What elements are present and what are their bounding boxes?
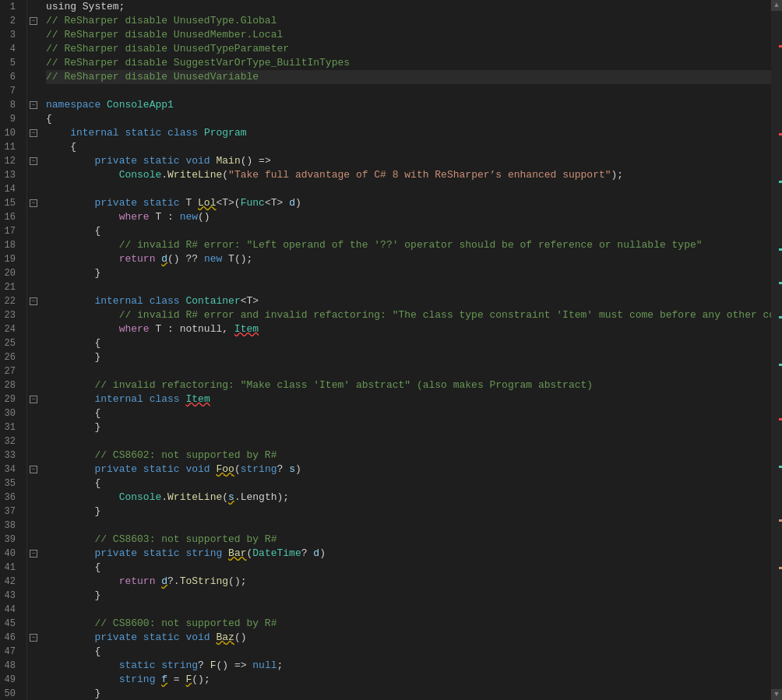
- fold-gutter-cell: [27, 336, 40, 350]
- token: [46, 448, 94, 463]
- fold-gutter-cell: [27, 308, 40, 322]
- token: new: [204, 252, 222, 266]
- line-number: 27: [0, 364, 20, 378]
- fold-gutter-cell: [27, 561, 40, 575]
- token: T();: [222, 252, 252, 266]
- token: {: [46, 406, 100, 420]
- token: ): [295, 463, 301, 477]
- fold-icon[interactable]: −: [30, 17, 37, 25]
- fold-gutter-cell[interactable]: −: [27, 294, 40, 308]
- code-line: where T : new(): [46, 210, 771, 224]
- fold-icon[interactable]: −: [30, 129, 37, 137]
- line-number: 24: [0, 322, 20, 336]
- line-number: 34: [0, 463, 20, 477]
- code-line: internal class Item: [46, 392, 771, 406]
- token: Program: [204, 126, 247, 140]
- fold-icon[interactable]: −: [30, 297, 37, 305]
- token: <T>: [241, 294, 259, 308]
- token: // invalid R# error: "Left operand of th…: [119, 238, 703, 252]
- fold-gutter-cell: [27, 266, 40, 280]
- code-area[interactable]: using System;// ReSharper disable Unused…: [40, 0, 771, 700]
- token: string: [119, 673, 156, 687]
- token: static: [143, 196, 180, 210]
- fold-gutter-cell: [27, 224, 40, 238]
- token: static: [125, 126, 161, 140]
- line-number: 38: [0, 519, 20, 533]
- token: Container: [185, 294, 240, 308]
- token: void: [185, 463, 210, 477]
- line-number: 35: [0, 477, 20, 491]
- token: return: [119, 575, 156, 589]
- fold-gutter-cell[interactable]: −: [27, 98, 40, 112]
- token: }: [46, 687, 100, 700]
- token: Item: [234, 322, 259, 336]
- fold-icon[interactable]: −: [30, 550, 37, 558]
- fold-icon[interactable]: −: [30, 396, 37, 403]
- token: <T>(: [216, 196, 240, 210]
- token: class: [150, 392, 180, 406]
- fold-icon[interactable]: −: [30, 199, 37, 207]
- fold-gutter-cell: [27, 673, 40, 687]
- line-number: 13: [0, 168, 20, 182]
- token: where: [119, 210, 150, 224]
- code-line: private static string Bar(DateTime? d): [46, 547, 771, 561]
- token: ?: [198, 659, 210, 673]
- token: [155, 575, 161, 589]
- fold-gutter-cell: [27, 84, 40, 98]
- token: =: [167, 673, 185, 687]
- token: d: [161, 575, 167, 589]
- token: {: [46, 561, 100, 575]
- fold-gutter-cell[interactable]: −: [27, 14, 40, 28]
- fold-icon[interactable]: −: [30, 157, 37, 165]
- code-line: return d?.ToString();: [46, 575, 771, 589]
- token: }: [46, 266, 100, 280]
- fold-gutter-cell[interactable]: −: [27, 154, 40, 168]
- fold-icon[interactable]: −: [30, 101, 37, 109]
- token: );: [611, 168, 624, 182]
- token: static: [143, 463, 180, 477]
- minimap-area: [771, 11, 782, 689]
- fold-gutter-cell[interactable]: −: [27, 547, 40, 561]
- token: static: [119, 659, 156, 673]
- code-line: {: [46, 477, 771, 491]
- fold-gutter-cell: [27, 280, 40, 294]
- fold-gutter-cell[interactable]: −: [27, 196, 40, 210]
- line-number: 37: [0, 505, 20, 519]
- fold-gutter-cell: [27, 603, 40, 617]
- fold-gutter-cell[interactable]: −: [27, 126, 40, 140]
- token: [46, 308, 119, 322]
- fold-icon[interactable]: −: [30, 466, 37, 473]
- fold-icon[interactable]: −: [30, 634, 37, 642]
- token: (: [222, 168, 228, 182]
- token: [180, 631, 186, 645]
- token: ;: [277, 659, 284, 673]
- scroll-down-arrow[interactable]: ▼: [771, 689, 782, 700]
- fold-gutter-cell: [27, 687, 40, 700]
- token: T: [180, 196, 198, 210]
- fold-gutter-cell: [27, 182, 40, 196]
- token: void: [185, 154, 210, 168]
- fold-gutter-cell[interactable]: −: [27, 463, 40, 477]
- fold-gutter-cell[interactable]: −: [27, 631, 40, 645]
- code-line: return d() ?? new T();: [46, 252, 771, 266]
- token: ToString: [180, 575, 228, 589]
- line-number: 36: [0, 491, 20, 505]
- code-line: {: [46, 112, 771, 126]
- line-number: 22: [0, 294, 20, 308]
- code-line: // invalid R# error and invalid refactor…: [46, 308, 771, 322]
- code-line: {: [46, 224, 771, 238]
- token: Bar: [228, 547, 246, 561]
- code-line: [46, 519, 771, 533]
- code-line: {: [46, 645, 771, 659]
- line-number: 48: [0, 659, 20, 673]
- code-line: Console.WriteLine(s.Length);: [46, 491, 771, 505]
- token: [46, 322, 119, 336]
- scroll-up-arrow[interactable]: ▲: [771, 0, 782, 11]
- token: private: [94, 463, 137, 477]
- token: string: [161, 659, 198, 673]
- fold-gutter-cell[interactable]: −: [27, 392, 40, 406]
- code-line: }: [46, 687, 771, 700]
- fold-gutter-cell: [27, 238, 40, 252]
- token: // ReSharper disable SuggestVarOrType_Bu…: [46, 56, 350, 70]
- token: }: [46, 420, 100, 434]
